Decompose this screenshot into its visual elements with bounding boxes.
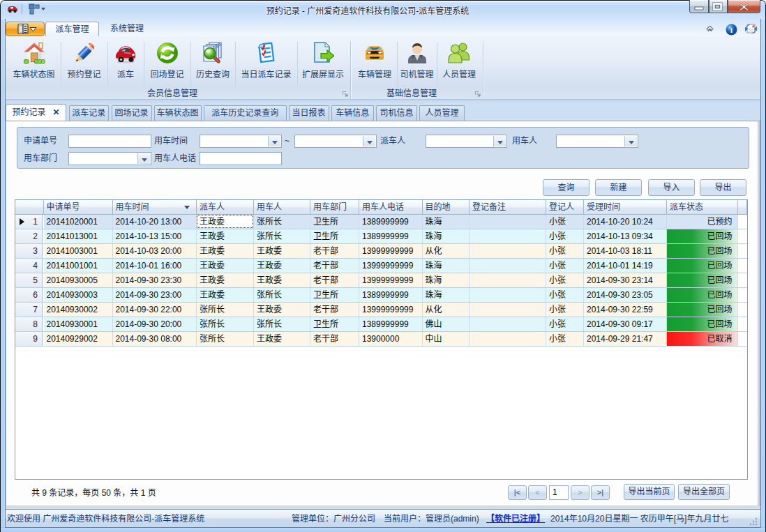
- svg-text:i: i: [730, 26, 733, 34]
